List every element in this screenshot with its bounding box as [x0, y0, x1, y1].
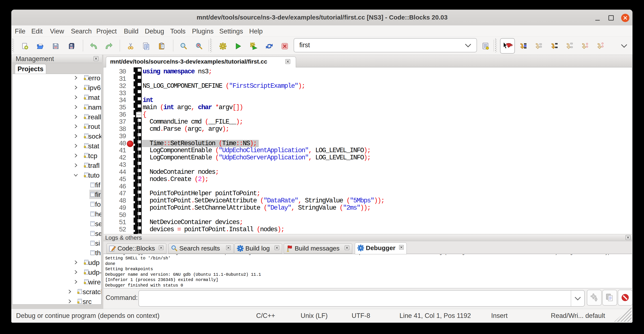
svg-text:R: R — [197, 44, 200, 47]
